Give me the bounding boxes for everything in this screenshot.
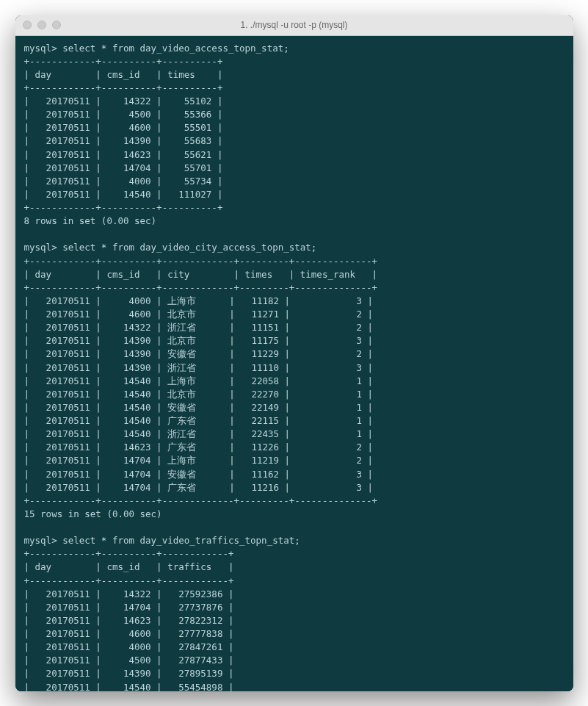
terminal-body[interactable]: mysql> select * from day_video_access_to… [15, 36, 573, 691]
terminal-window: 1. ./mysql -u root -p (mysql) mysql> sel… [15, 15, 573, 691]
window-title: 1. ./mysql -u root -p (mysql) [15, 20, 573, 30]
title-bar: 1. ./mysql -u root -p (mysql) [15, 15, 573, 36]
